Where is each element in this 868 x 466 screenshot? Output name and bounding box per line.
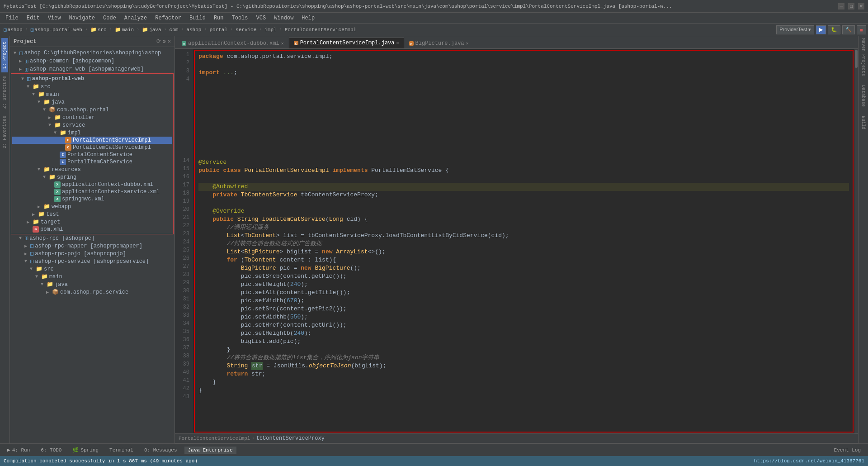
tree-rpc-service-pkg[interactable]: ▶ 📦 com.ashop.rpc.service	[10, 288, 175, 296]
code-line-28: pic.setSrcb(content.getPic());	[198, 272, 849, 281]
status-link[interactable]: https://blog.csdn.net/weixin_41367761	[754, 458, 864, 464]
menu-navigate[interactable]: Navigate	[65, 14, 99, 22]
sync-icon[interactable]: ⟳	[156, 38, 161, 45]
bottom-tab-terminal[interactable]: Terminal	[106, 447, 137, 454]
scroll-thumb[interactable]	[855, 50, 858, 68]
right-panel-database[interactable]: Database	[861, 85, 866, 107]
menu-help[interactable]: Help	[298, 14, 318, 22]
close-button[interactable]: ✕	[858, 3, 864, 10]
close-tab-icon[interactable]: ✕	[396, 40, 399, 46]
code-line-36: bigList.add(pic);	[198, 338, 849, 346]
menu-vcs[interactable]: VCS	[253, 14, 270, 22]
tree-ashop-rpc-mapper[interactable]: ▶ ◫ ashop-rpc-mapper [ashoprpcmapper]	[10, 242, 175, 250]
tab-app-context[interactable]: X applicationContext-dubbo.xml ✕	[177, 38, 289, 48]
tree-ashop-root[interactable]: ▼ ◫ ashop C:\githubRepositories\shopping…	[10, 49, 175, 57]
nav-ashop2[interactable]: ashop	[184, 27, 203, 33]
tree-rpc-src[interactable]: ▼ 📁 src	[10, 265, 175, 273]
code-line-3: import ...;	[198, 69, 849, 77]
menu-refactor[interactable]: Refactor	[151, 14, 185, 22]
code-line-blank8	[198, 142, 849, 150]
menu-build[interactable]: Build	[186, 14, 209, 22]
tree-ashop-rpc[interactable]: ▼ ◫ ashop-rpc [ashoprpc]	[10, 234, 175, 242]
tree-app-context-dubbo[interactable]: X applicationContext-dubbo.xml	[12, 181, 172, 188]
breadcrumb-class[interactable]: PortalContentServiceImpl	[179, 436, 250, 441]
menu-file[interactable]: File	[2, 14, 22, 22]
left-tab-favorites[interactable]: 2: Favorites	[1, 112, 8, 152]
bottom-tab-spring[interactable]: 🌿 Spring	[69, 446, 102, 454]
tree-portal-content-service-impl[interactable]: C PortalContentServiceImpl	[12, 137, 172, 144]
bottom-tab-event-log[interactable]: Event Log	[830, 447, 864, 454]
tree-spring[interactable]: ▼ 📁 spring	[12, 173, 172, 181]
nav-impl[interactable]: impl	[263, 27, 278, 33]
tree-ashop-common[interactable]: ▶ ◫ ashop-common [ashopcommon]	[10, 57, 175, 65]
tree-impl[interactable]: ▼ 📁 impl	[12, 129, 172, 137]
right-panel-build[interactable]: Build	[861, 116, 866, 129]
debug-button[interactable]: 🐛	[828, 25, 840, 34]
breadcrumb-field[interactable]: tbContentServiceProxy	[256, 435, 325, 442]
nav-java[interactable]: 📁 java	[140, 26, 163, 33]
bottom-tab-messages[interactable]: 0: Messages	[141, 447, 181, 454]
maximize-button[interactable]: □	[848, 3, 854, 10]
tree-portal-content-service[interactable]: I PortalContentService	[12, 151, 172, 158]
menu-view[interactable]: View	[44, 14, 65, 22]
menu-code[interactable]: Code	[99, 14, 120, 22]
tree-target[interactable]: ▶ 📁 target	[12, 218, 172, 226]
nav-src[interactable]: 📁 src	[89, 26, 108, 33]
tree-java[interactable]: ▼ 📁 java	[12, 98, 172, 106]
right-panel-maven[interactable]: Maven Projects	[861, 38, 866, 76]
code-editor[interactable]: package com.ashop.portal.service.impl; i…	[194, 50, 854, 433]
tree-main[interactable]: ▼ 📁 main	[12, 90, 172, 98]
tree-ashop-rpc-service[interactable]: ▼ ◫ ashop-rpc-service [ashoprpcservice]	[10, 257, 175, 265]
close-tab-icon[interactable]: ✕	[466, 41, 469, 46]
nav-portal[interactable]: portal	[208, 27, 229, 33]
menu-edit[interactable]: Edit	[23, 14, 43, 22]
menu-window[interactable]: Window	[270, 14, 297, 22]
bottom-tab-java-enterprise[interactable]: Java Enterprise	[184, 447, 236, 454]
tree-ashop-manager[interactable]: ▶ ◫ ashop-manager-web [ashopmanagerweb]	[10, 65, 175, 73]
tree-controller[interactable]: ▶ 📁 controller	[12, 114, 172, 121]
vertical-scrollbar[interactable]	[854, 49, 858, 433]
stop-button[interactable]: ■	[857, 25, 866, 34]
bottom-tab-run[interactable]: ▶ 4: Run	[4, 446, 33, 454]
menu-tools[interactable]: Tools	[228, 14, 252, 22]
bottom-tab-todo[interactable]: 6: TODO	[37, 447, 65, 454]
tree-springmvc[interactable]: X springmvc.xml	[12, 195, 172, 203]
nav-class[interactable]: PortalContentServiceImpl	[283, 27, 358, 33]
close-icon[interactable]: ✕	[168, 38, 171, 45]
tree-service[interactable]: ▼ 📁 service	[12, 121, 172, 129]
build-button[interactable]: 🔨	[842, 25, 855, 34]
tree-ashop-rpc-pojo[interactable]: ▶ ◫ ashop-rpc-pojo [ashoprcpojo]	[10, 250, 175, 257]
close-tab-icon[interactable]: ✕	[281, 41, 284, 46]
folder-icon: 📁	[60, 129, 66, 136]
code-line-1: package com.ashop.portal.service.impl;	[198, 52, 849, 61]
tree-test[interactable]: ▶ 📁 test	[12, 210, 172, 218]
tree-pom[interactable]: m pom.xml	[12, 226, 172, 233]
nav-main[interactable]: 📁 main	[113, 26, 136, 33]
nav-com[interactable]: com	[168, 27, 180, 33]
tree-resources[interactable]: ▼ 📁 resources	[12, 166, 172, 173]
nav-service[interactable]: service	[234, 27, 258, 33]
menu-run[interactable]: Run	[210, 14, 227, 22]
nav-ashop[interactable]: ◫ ashop	[2, 26, 24, 33]
tree-rpc-main[interactable]: ▼ 📁 main	[10, 273, 175, 281]
tree-rpc-java[interactable]: ▼ 📁 java	[10, 281, 175, 288]
tree-ashop-portal-web[interactable]: ▼ ◫ ashop-portal-web	[12, 75, 172, 83]
tree-app-context-service[interactable]: X applicationContext-service.xml	[12, 188, 172, 195]
tree-portal-itemcat-service[interactable]: I PortalItemCatService	[12, 158, 172, 166]
tree-webapp[interactable]: ▶ 📁 webapp	[12, 203, 172, 210]
code-line-29: pic.setHeight(240);	[198, 281, 849, 289]
settings-icon[interactable]: ⚙	[163, 38, 166, 45]
left-tab-structure[interactable]: Z: Structure	[1, 72, 8, 112]
tab-big-picture[interactable]: C BigPicture.java ✕	[404, 38, 474, 48]
minimize-button[interactable]: ─	[838, 3, 844, 10]
left-tab-project[interactable]: 1: Project	[1, 38, 8, 72]
tree-com-ashop-portal[interactable]: ▼ 📦 com.ashop.portal	[12, 106, 172, 114]
tree-src[interactable]: ▼ 📁 src	[12, 83, 172, 90]
tab-portal-content-service-impl[interactable]: C PortalContentServiceImpl.java ✕	[289, 38, 404, 48]
run-config-button[interactable]: ProviderTest ▾	[776, 25, 814, 34]
code-line-blank2	[198, 93, 849, 101]
run-button[interactable]: ▶	[816, 25, 826, 34]
nav-portal-web[interactable]: ◫ ashop-portal-web	[29, 26, 84, 33]
tree-portal-itemcat-service-impl[interactable]: C PortalItemCatServiceImpl	[12, 144, 172, 151]
menu-analyze[interactable]: Analyze	[121, 14, 151, 22]
